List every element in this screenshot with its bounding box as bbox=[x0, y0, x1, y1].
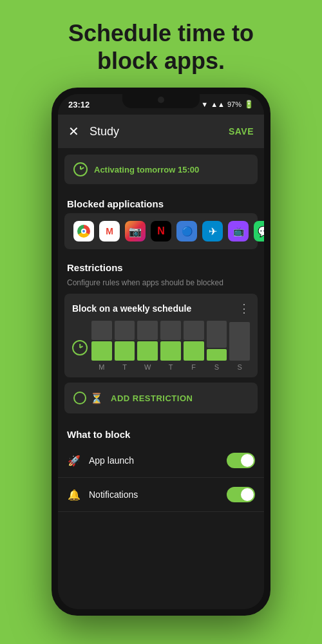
app-launch-toggle[interactable] bbox=[227, 453, 255, 468]
bar-col-t1 bbox=[115, 321, 135, 361]
app-bar-title: Study bbox=[90, 125, 229, 138]
activation-text: Activating tomorrow 15:00 bbox=[94, 165, 199, 175]
app-bar: ✕ Study SAVE bbox=[58, 115, 264, 148]
day-t1: T bbox=[115, 363, 135, 371]
bar-col-m bbox=[91, 321, 112, 361]
phone-camera bbox=[158, 97, 164, 103]
battery-percent: 97% bbox=[227, 100, 242, 108]
day-m: M bbox=[91, 363, 112, 371]
schedule-more-button[interactable]: ⋮ bbox=[238, 301, 250, 316]
status-icons: ▼ ▲▲ 97% 🔋 bbox=[201, 100, 254, 109]
what-section-header: What to block bbox=[58, 421, 264, 444]
toggle-thumb-notif bbox=[241, 488, 254, 501]
apps-card: M 📷 N 🔵 ✈ 📺 💬 ▶ ⋮ bbox=[64, 213, 258, 249]
app-icon-netflix[interactable]: N bbox=[151, 221, 171, 242]
app-icon-gmail[interactable]: M bbox=[99, 221, 120, 242]
bar-col-s2 bbox=[229, 322, 250, 361]
restrictions-section-header: Restrictions bbox=[58, 254, 264, 277]
add-restriction-button[interactable]: ⏳ ADD RESTRICTION bbox=[64, 383, 258, 413]
day-s2: S bbox=[229, 363, 250, 371]
app-launch-icon: 🚀 bbox=[67, 455, 81, 467]
restrictions-subtitle: Configure rules when apps should be bloc… bbox=[58, 277, 264, 294]
signal-icon: ▲▲ bbox=[211, 100, 225, 108]
save-button[interactable]: SAVE bbox=[229, 126, 254, 137]
day-f: F bbox=[184, 363, 204, 371]
bar-col-t2 bbox=[160, 321, 181, 361]
schedule-card-header: Block on a weekly schedule ⋮ bbox=[72, 301, 250, 316]
phone-screen: 23:12 ▼ ▲▲ 97% 🔋 ✕ Study SAVE Activating… bbox=[58, 94, 264, 609]
bar-col-w bbox=[137, 321, 158, 361]
toggle-thumb-launch bbox=[241, 454, 254, 467]
app-icon-relay[interactable]: 🔵 bbox=[176, 221, 197, 242]
day-s1: S bbox=[207, 363, 227, 371]
add-restriction-label[interactable]: ADD RESTRICTION bbox=[111, 393, 193, 403]
battery-icon: 🔋 bbox=[244, 100, 254, 109]
app-launch-toggle-row: 🚀 App launch bbox=[58, 444, 264, 478]
phone-wrapper: 23:12 ▼ ▲▲ 97% 🔋 ✕ Study SAVE Activating… bbox=[52, 88, 270, 616]
app-icon-twitch[interactable]: 📺 bbox=[228, 221, 249, 242]
notifications-toggle-row: 🔔 Notifications bbox=[58, 478, 264, 512]
hourglass-icon: ⏳ bbox=[90, 392, 103, 404]
activation-banner: Activating tomorrow 15:00 bbox=[64, 155, 258, 184]
app-icon-telegram[interactable]: ✈ bbox=[202, 221, 223, 242]
schedule-card-title: Block on a weekly schedule bbox=[72, 303, 191, 314]
app-icon-chrome[interactable] bbox=[73, 221, 94, 242]
days-row: M T W T F S S bbox=[91, 363, 250, 371]
schedule-body: M T W T F S S bbox=[72, 322, 250, 371]
status-time: 23:12 bbox=[68, 100, 90, 109]
bar-col-f bbox=[184, 321, 204, 361]
blocked-apps-section-header: Blocked applications bbox=[58, 191, 264, 213]
notifications-label: Notifications bbox=[89, 489, 227, 500]
add-restriction-icons: ⏳ bbox=[73, 392, 103, 404]
app-icon-instagram[interactable]: 📷 bbox=[125, 221, 146, 242]
day-t2: T bbox=[160, 363, 181, 371]
bar-col-s1 bbox=[207, 321, 227, 361]
bars-container bbox=[91, 322, 250, 361]
schedule-clock-icon bbox=[72, 340, 88, 355]
app-icon-whatsapp[interactable]: 💬 bbox=[254, 221, 264, 242]
screen-content: Activating tomorrow 15:00 Blocked applic… bbox=[58, 148, 264, 609]
clock-icon bbox=[73, 162, 88, 176]
schedule-grid: M T W T F S S bbox=[91, 322, 250, 371]
wifi-icon: ▼ bbox=[201, 100, 208, 108]
day-w: W bbox=[137, 363, 158, 371]
what-to-block-section: What to block 🚀 App launch 🔔 Notificatio… bbox=[58, 421, 264, 512]
app-launch-label: App launch bbox=[89, 455, 227, 466]
clock-green-icon bbox=[73, 392, 86, 404]
close-button[interactable]: ✕ bbox=[68, 124, 79, 139]
notifications-icon: 🔔 bbox=[67, 489, 81, 501]
schedule-card: Block on a weekly schedule ⋮ bbox=[64, 294, 258, 377]
notifications-toggle[interactable] bbox=[227, 487, 255, 502]
page-title: Schedule time to block apps. bbox=[43, 0, 279, 88]
